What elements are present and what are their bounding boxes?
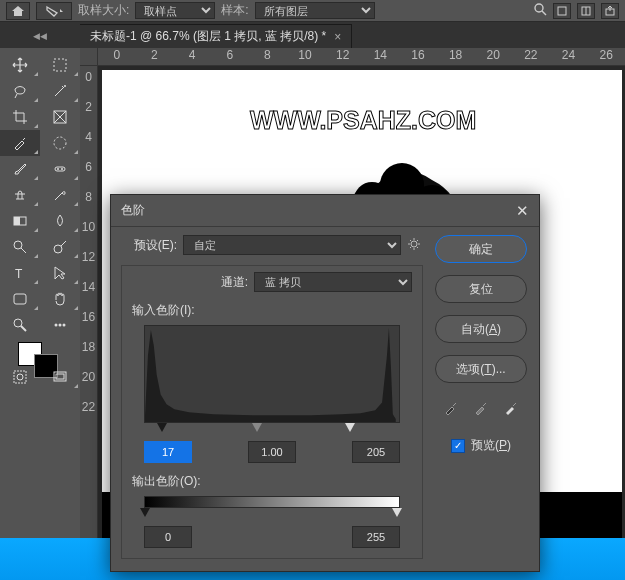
preview-label: 预览(P) bbox=[471, 437, 511, 454]
dialog-titlebar[interactable]: 色阶 ✕ bbox=[111, 195, 539, 227]
brush-tool[interactable] bbox=[0, 156, 40, 182]
svg-line-18 bbox=[21, 248, 26, 253]
document-tab[interactable]: 未标题-1 @ 66.7% (图层 1 拷贝, 蓝 拷贝/8) * × bbox=[80, 24, 352, 48]
svg-point-7 bbox=[64, 85, 66, 87]
input-gamma-field[interactable] bbox=[248, 441, 296, 463]
svg-line-46 bbox=[417, 247, 418, 248]
svg-line-48 bbox=[417, 240, 418, 241]
output-slider[interactable] bbox=[144, 508, 400, 522]
hand-tool[interactable] bbox=[40, 286, 80, 312]
sample-dropdown[interactable]: 所有图层 bbox=[255, 2, 375, 19]
black-point-handle[interactable] bbox=[157, 423, 167, 432]
options-bar: 取样大小: 取样点 样本: 所有图层 bbox=[0, 0, 625, 22]
workspace-picker-1[interactable] bbox=[553, 3, 571, 19]
search-icon[interactable] bbox=[533, 2, 547, 19]
edit-toolbar[interactable] bbox=[40, 312, 80, 338]
shape-tool[interactable] bbox=[0, 286, 40, 312]
svg-point-27 bbox=[63, 324, 66, 327]
close-icon[interactable]: ✕ bbox=[516, 202, 529, 220]
input-levels-label: 输入色阶(I): bbox=[132, 302, 412, 319]
preset-label: 预设(E): bbox=[121, 237, 177, 254]
frame-tool[interactable] bbox=[40, 104, 80, 130]
output-black-field[interactable] bbox=[144, 526, 192, 548]
zoom-tool-alt[interactable] bbox=[0, 234, 40, 260]
home-button[interactable] bbox=[6, 2, 30, 20]
zoom-tool[interactable] bbox=[0, 312, 40, 338]
watermark-text: WWW.PSAHZ.COM bbox=[250, 106, 476, 135]
output-white-field[interactable] bbox=[352, 526, 400, 548]
document-tab-title: 未标题-1 @ 66.7% (图层 1 拷贝, 蓝 拷贝/8) * bbox=[90, 28, 326, 45]
workspace-picker-2[interactable] bbox=[577, 3, 595, 19]
svg-text:T: T bbox=[15, 267, 23, 281]
input-black-field[interactable] bbox=[144, 441, 192, 463]
quick-mask-tool[interactable] bbox=[0, 364, 40, 390]
svg-rect-31 bbox=[56, 374, 64, 379]
output-white-handle[interactable] bbox=[392, 508, 402, 517]
svg-point-0 bbox=[535, 4, 543, 12]
ruler-corner bbox=[80, 48, 98, 66]
magic-wand-tool[interactable] bbox=[40, 78, 80, 104]
sample-size-label: 取样大小: bbox=[78, 2, 129, 19]
crop-tool[interactable] bbox=[0, 104, 40, 130]
output-black-handle[interactable] bbox=[140, 508, 150, 517]
path-select-tool[interactable] bbox=[40, 260, 80, 286]
options-button[interactable]: 选项(T)... bbox=[435, 355, 527, 383]
svg-point-17 bbox=[14, 241, 22, 249]
tools-panel: T bbox=[0, 48, 80, 558]
marquee-tool[interactable] bbox=[40, 52, 80, 78]
channel-dropdown[interactable]: 蓝 拷贝 bbox=[254, 272, 412, 292]
ok-button[interactable]: 确定 bbox=[435, 235, 527, 263]
blur-tool[interactable] bbox=[40, 208, 80, 234]
dodge-tool[interactable] bbox=[40, 234, 80, 260]
output-levels-label: 输出色阶(O): bbox=[132, 473, 412, 490]
gamma-handle[interactable] bbox=[252, 423, 262, 432]
svg-line-45 bbox=[410, 240, 411, 241]
dialog-title: 色阶 bbox=[121, 202, 145, 219]
svg-rect-12 bbox=[55, 167, 65, 171]
screen-mode-tool[interactable] bbox=[40, 364, 80, 390]
svg-point-25 bbox=[55, 324, 58, 327]
levels-dialog: 色阶 ✕ 预设(E): 自定 通道: 蓝 拷贝 输入色阶(I): bbox=[110, 194, 540, 572]
svg-point-40 bbox=[411, 241, 417, 247]
ruler-horizontal: 02468101214161820222426 bbox=[98, 48, 625, 66]
sample-size-dropdown[interactable]: 取样点 bbox=[135, 2, 215, 19]
eyedropper-tool[interactable] bbox=[0, 130, 40, 156]
white-point-handle[interactable] bbox=[345, 423, 355, 432]
share-icon[interactable] bbox=[601, 3, 619, 19]
healing-tool[interactable] bbox=[40, 156, 80, 182]
svg-point-29 bbox=[17, 374, 23, 380]
sample-label: 样本: bbox=[221, 2, 248, 19]
svg-rect-6 bbox=[54, 59, 66, 71]
input-slider[interactable] bbox=[144, 423, 400, 437]
type-tool[interactable]: T bbox=[0, 260, 40, 286]
move-tool[interactable] bbox=[0, 52, 40, 78]
histogram bbox=[144, 325, 400, 423]
gear-icon[interactable] bbox=[407, 237, 423, 253]
svg-rect-22 bbox=[14, 294, 26, 304]
reset-button[interactable]: 复位 bbox=[435, 275, 527, 303]
svg-rect-16 bbox=[14, 217, 20, 225]
svg-rect-2 bbox=[558, 7, 566, 15]
svg-line-20 bbox=[61, 241, 66, 246]
tools-collapse[interactable]: ◀◀ bbox=[0, 24, 80, 48]
selection-edit-tool[interactable] bbox=[40, 130, 80, 156]
svg-point-14 bbox=[61, 168, 63, 170]
document-tabs: ◀◀ 未标题-1 @ 66.7% (图层 1 拷贝, 蓝 拷贝/8) * × bbox=[0, 24, 625, 48]
clone-stamp-tool[interactable] bbox=[0, 182, 40, 208]
black-eyedropper-icon[interactable] bbox=[442, 399, 460, 417]
input-white-field[interactable] bbox=[352, 441, 400, 463]
ruler-vertical: 0246810121416182022 bbox=[80, 66, 98, 558]
lasso-tool[interactable] bbox=[0, 78, 40, 104]
white-eyedropper-icon[interactable] bbox=[502, 399, 520, 417]
preview-checkbox[interactable]: ✓ bbox=[451, 439, 465, 453]
gray-eyedropper-icon[interactable] bbox=[472, 399, 490, 417]
history-brush-tool[interactable] bbox=[40, 182, 80, 208]
gradient-tool[interactable] bbox=[0, 208, 40, 234]
eyedropper-group bbox=[442, 399, 520, 417]
preset-dropdown[interactable]: 自定 bbox=[183, 235, 401, 255]
svg-point-19 bbox=[54, 245, 62, 253]
tool-preset-dropdown[interactable] bbox=[36, 2, 72, 20]
svg-line-24 bbox=[21, 326, 26, 331]
close-tab-icon[interactable]: × bbox=[334, 30, 341, 44]
auto-button[interactable]: 自动(A) bbox=[435, 315, 527, 343]
